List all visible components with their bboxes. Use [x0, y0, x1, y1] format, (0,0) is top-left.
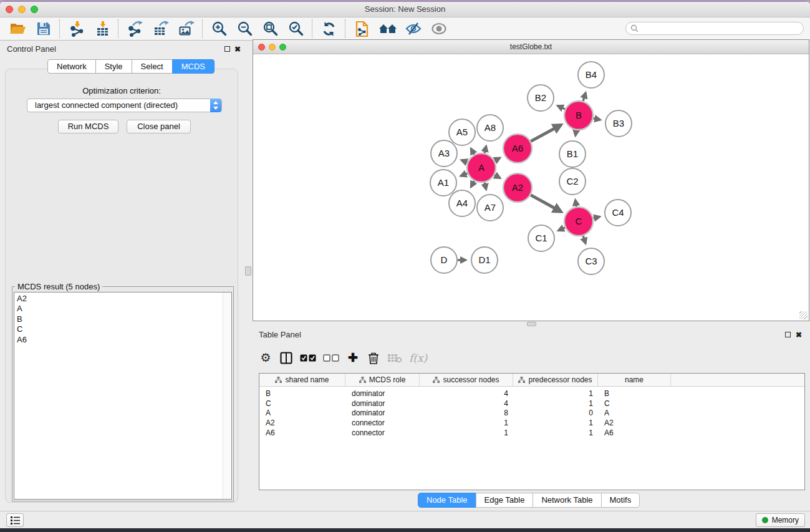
- graph-node-C[interactable]: C: [564, 207, 593, 236]
- zoom-fit-content-icon[interactable]: [258, 19, 283, 39]
- select-all-columns-icon[interactable]: [300, 350, 316, 366]
- graph-node-D1[interactable]: D1: [471, 247, 498, 273]
- cell-predecessor-nodes[interactable]: 1: [513, 389, 598, 398]
- delete-column-icon[interactable]: [367, 350, 380, 366]
- graph-node-A5[interactable]: A5: [449, 119, 475, 145]
- cell-name[interactable]: A: [598, 409, 671, 417]
- cell-name[interactable]: A2: [598, 418, 671, 427]
- cell-shared-name[interactable]: A: [259, 409, 345, 417]
- cell-mcds-role[interactable]: connector: [345, 418, 420, 427]
- graph-node-B4[interactable]: B4: [578, 62, 604, 88]
- cell-successor-nodes[interactable]: 4: [420, 399, 513, 408]
- network-minimize-button[interactable]: [269, 44, 276, 51]
- new-network-from-selection-icon[interactable]: [349, 19, 375, 39]
- cell-mcds-role[interactable]: connector: [345, 428, 420, 437]
- search-input[interactable]: [639, 24, 803, 34]
- graph-edge-A-A5[interactable]: [471, 148, 474, 155]
- mcds-result-item[interactable]: A2: [17, 294, 231, 304]
- column-header-name[interactable]: name: [598, 374, 671, 386]
- column-layout-icon[interactable]: [279, 350, 293, 366]
- function-builder-icon[interactable]: f(x): [409, 350, 427, 366]
- tab-motifs[interactable]: Motifs: [601, 493, 640, 508]
- graph-node-C2[interactable]: C2: [559, 168, 586, 195]
- cell-predecessor-nodes[interactable]: 0: [513, 409, 598, 417]
- cell-mcds-role[interactable]: dominator: [345, 389, 420, 398]
- graph-edge-A2-C[interactable]: [531, 195, 561, 212]
- graph-node-C3[interactable]: C3: [578, 248, 604, 274]
- cell-shared-name[interactable]: A2: [259, 418, 345, 427]
- cell-successor-nodes[interactable]: 8: [420, 409, 513, 417]
- zoom-selected-icon[interactable]: [283, 19, 309, 39]
- tab-select[interactable]: Select: [132, 59, 173, 74]
- app-titlebar[interactable]: Session: New Session: [0, 2, 810, 17]
- control-panel-close-icon[interactable]: ✖: [234, 46, 241, 53]
- column-header-successor-nodes[interactable]: successor nodes: [420, 374, 513, 386]
- table-row[interactable]: A2connector11A2: [259, 418, 804, 428]
- table-row[interactable]: Bdominator41B: [259, 389, 804, 399]
- delete-table-icon[interactable]: [387, 350, 402, 366]
- graph-node-D[interactable]: D: [431, 247, 457, 273]
- cell-successor-nodes[interactable]: 1: [420, 428, 513, 437]
- table-row[interactable]: A6connector11A6: [259, 428, 804, 438]
- graph-edge-C-C2[interactable]: [576, 200, 577, 207]
- graph-edge-A-A4[interactable]: [471, 181, 474, 187]
- graph-node-A4[interactable]: A4: [449, 190, 475, 216]
- open-file-icon[interactable]: [5, 19, 31, 39]
- graph-node-A2[interactable]: A2: [503, 173, 532, 202]
- export-table-icon[interactable]: [148, 19, 173, 39]
- vertical-split-handle[interactable]: [245, 266, 251, 276]
- graph-node-A6[interactable]: A6: [503, 134, 532, 163]
- network-maximize-button[interactable]: [279, 44, 286, 51]
- import-table-icon[interactable]: [89, 19, 115, 39]
- graph-edge-B-B4[interactable]: [583, 93, 586, 101]
- mcds-result-item[interactable]: B: [17, 314, 231, 324]
- cell-name[interactable]: C: [598, 399, 671, 408]
- graph-node-A7[interactable]: A7: [477, 195, 503, 221]
- first-neighbors-icon[interactable]: [375, 19, 400, 39]
- table-panel-close-icon[interactable]: ✖: [796, 331, 802, 339]
- graph-node-A3[interactable]: A3: [431, 140, 457, 167]
- graph-node-B1[interactable]: B1: [559, 141, 586, 167]
- tab-node-table[interactable]: Node Table: [418, 493, 476, 508]
- zoom-out-icon[interactable]: [232, 19, 258, 39]
- tab-network[interactable]: Network: [47, 59, 96, 74]
- graph-edge-B-B3[interactable]: [594, 118, 600, 120]
- minimize-window-button[interactable]: [18, 6, 26, 13]
- maximize-window-button[interactable]: [31, 6, 38, 13]
- cell-mcds-role[interactable]: dominator: [345, 399, 420, 408]
- criterion-select[interactable]: largest connected component (directed): [27, 99, 222, 112]
- graph-node-A1[interactable]: A1: [430, 170, 456, 196]
- cell-predecessor-nodes[interactable]: 1: [513, 418, 598, 427]
- graph-edge-C-C1[interactable]: [558, 228, 565, 231]
- mcds-result-item[interactable]: C: [17, 324, 231, 334]
- cell-predecessor-nodes[interactable]: 1: [513, 428, 598, 437]
- refresh-icon[interactable]: [316, 19, 342, 39]
- cell-mcds-role[interactable]: dominator: [345, 409, 420, 417]
- graph-edge-A-A7[interactable]: [485, 182, 486, 189]
- close-window-button[interactable]: [6, 6, 13, 13]
- export-network-icon[interactable]: [122, 19, 148, 39]
- graph-node-C1[interactable]: C1: [528, 225, 554, 251]
- search-box[interactable]: [625, 22, 804, 35]
- add-column-icon[interactable]: ✚: [346, 350, 360, 366]
- graph-edge-C-C3[interactable]: [583, 236, 586, 243]
- mcds-result-item[interactable]: A: [17, 304, 231, 314]
- graph-edge-A-A8[interactable]: [485, 146, 486, 153]
- show-graphics-details-icon[interactable]: [426, 19, 451, 39]
- zoom-in-icon[interactable]: [206, 19, 232, 39]
- control-panel-float-icon[interactable]: [224, 46, 230, 52]
- resize-grip-icon[interactable]: [799, 311, 808, 319]
- cell-shared-name[interactable]: C: [259, 399, 345, 408]
- graph-edge-A6-B[interactable]: [531, 125, 561, 141]
- graph-edge-A-A2[interactable]: [494, 175, 500, 178]
- mcds-result-item[interactable]: A6: [17, 335, 231, 345]
- tab-mcds[interactable]: MCDS: [172, 59, 215, 74]
- cell-shared-name[interactable]: A6: [259, 428, 345, 437]
- graph-node-C4[interactable]: C4: [605, 200, 631, 226]
- tab-network-table[interactable]: Network Table: [533, 493, 601, 508]
- graph-node-B[interactable]: B: [564, 101, 593, 130]
- horizontal-split-handle[interactable]: [527, 322, 536, 326]
- column-header-shared-name[interactable]: shared name: [259, 374, 345, 386]
- network-canvas[interactable]: B4B2BB3A5A8A6A3B1AA1C2A2A4A7CC4C1C3DD1: [253, 54, 809, 321]
- graph-edge-A-A1[interactable]: [461, 173, 468, 176]
